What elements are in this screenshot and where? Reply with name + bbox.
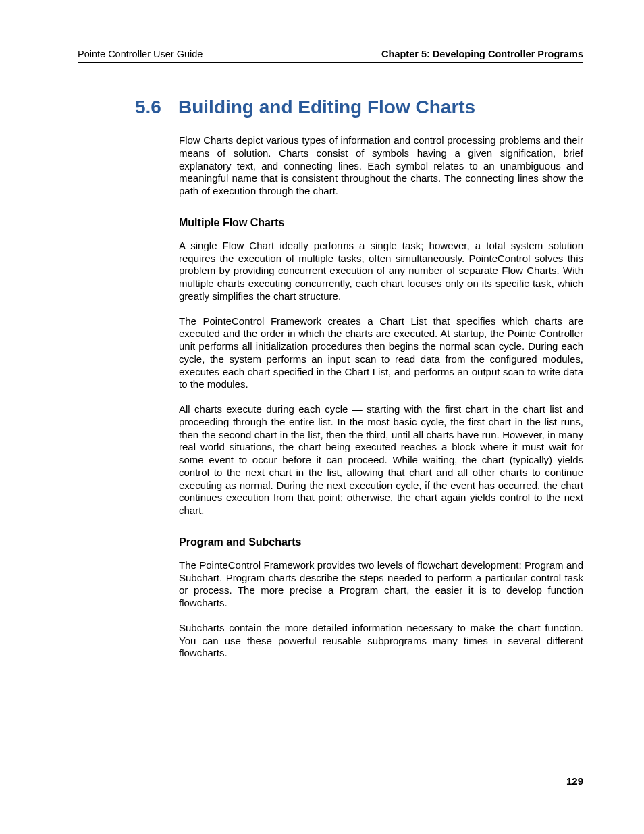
section-title: Building and Editing Flow Charts: [178, 97, 475, 118]
paragraph: All charts execute during each cycle — s…: [179, 403, 583, 517]
page-header: Pointe Controller User Guide Chapter 5: …: [78, 49, 583, 63]
body-column: Flow Charts depict various types of info…: [179, 134, 583, 660]
paragraph: A single Flow Chart ideally performs a s…: [179, 240, 583, 303]
subheading-program-and-subcharts: Program and Subcharts: [179, 536, 583, 548]
section-number: 5.6: [135, 97, 178, 118]
document-page: Pointe Controller User Guide Chapter 5: …: [0, 0, 644, 834]
page-footer: 129: [78, 771, 583, 787]
paragraph: The PointeControl Framework creates a Ch…: [179, 315, 583, 392]
header-doc-title: Pointe Controller User Guide: [78, 49, 203, 59]
header-chapter-title: Chapter 5: Developing Controller Program…: [381, 49, 583, 59]
section-heading: 5.6 Building and Editing Flow Charts: [135, 97, 583, 118]
intro-paragraph: Flow Charts depict various types of info…: [179, 134, 583, 198]
page-number: 129: [566, 775, 583, 787]
paragraph: Subcharts contain the more detailed info…: [179, 622, 583, 660]
subheading-multiple-flow-charts: Multiple Flow Charts: [179, 217, 583, 229]
paragraph: The PointeControl Framework provides two…: [179, 559, 583, 610]
